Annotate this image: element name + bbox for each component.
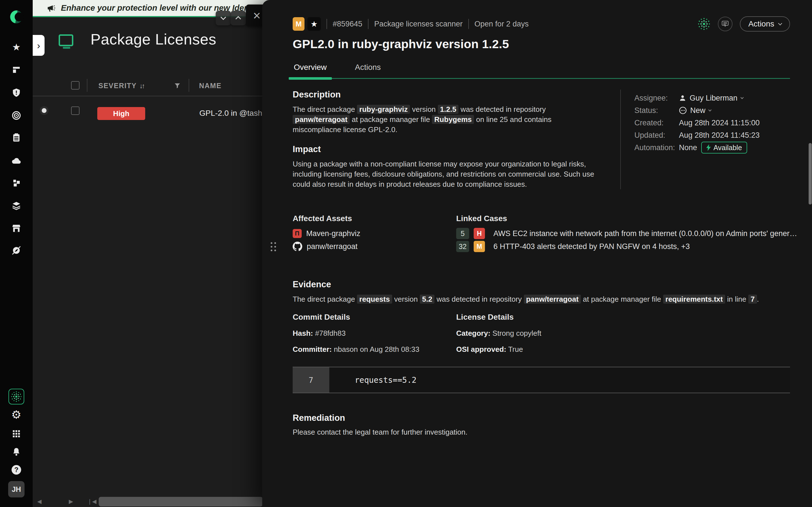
status-label: Status: — [635, 106, 679, 115]
cloud-icon[interactable] — [10, 154, 22, 167]
evidence-text: The direct package requests version 5.2 … — [293, 294, 790, 304]
github-icon — [293, 242, 302, 251]
commit-hash: Hash: #78fdh83 — [293, 329, 456, 338]
marketplace-icon[interactable] — [10, 222, 22, 234]
help-icon[interactable]: ? — [10, 464, 22, 476]
panel-resize-handle[interactable] — [271, 242, 276, 251]
page-title: Package Licenses — [91, 31, 216, 48]
panel-tabs: Overview Actions — [293, 63, 790, 79]
target-icon[interactable] — [10, 109, 22, 122]
compass-icon[interactable] — [10, 244, 22, 257]
panel-header: M ★ #859645 Package licenses scanner Ope… — [293, 16, 790, 32]
code-line-content: requests==5.2 — [329, 367, 790, 393]
lightning-icon — [706, 144, 711, 151]
status-new-icon — [679, 107, 687, 114]
case-open-duration: Open for 2 days — [474, 20, 529, 29]
affected-assets-heading: Affected Assets — [293, 214, 456, 223]
impact-text: Using a package with a non-compliant lic… — [293, 159, 596, 189]
row-checkbox[interactable] — [71, 107, 80, 115]
package-licenses-icon — [59, 34, 73, 46]
sort-icon[interactable]: ↓↑ — [140, 82, 144, 90]
linked-cases-heading: Linked Cases — [456, 214, 798, 223]
user-avatar[interactable]: JH — [8, 481, 24, 497]
banner-collapse-button[interactable] — [216, 11, 231, 25]
automation-available-badge[interactable]: Available — [701, 142, 747, 154]
evidence-section: Evidence The direct package requests ver… — [293, 279, 790, 304]
settings-gear-icon[interactable]: ⚙ — [10, 408, 22, 421]
chevron-down-icon — [741, 96, 744, 99]
tab-overview[interactable]: Overview — [293, 63, 328, 78]
actions-button[interactable]: Actions — [740, 16, 790, 32]
severity-medium-badge: M — [474, 241, 485, 252]
app-root: ★ — [0, 0, 812, 507]
expand-nav-button[interactable]: › — [33, 35, 45, 56]
case-metadata: Assignee: Guy Liberman Status: New — [620, 90, 790, 189]
created-value: Aug 28th 2024 11:15:00 — [679, 119, 760, 127]
shield-alert-icon[interactable] — [10, 87, 22, 99]
license-category: Category: Strong copyleft — [456, 329, 790, 338]
vertical-scrollbar[interactable] — [809, 143, 812, 205]
status-value[interactable]: New — [679, 106, 711, 115]
sidebar: ★ — [0, 0, 33, 507]
updated-label: Updated: — [635, 131, 679, 140]
column-name[interactable]: NAME — [199, 82, 221, 90]
evidence-heading: Evidence — [293, 279, 790, 290]
cortex-logo-icon[interactable] — [10, 11, 22, 23]
page-next-icon[interactable]: ▶ — [69, 498, 73, 505]
alert-count-badge: 32 — [456, 241, 469, 252]
created-label: Created: — [635, 119, 679, 127]
commit-committer: Committer: nbason on Aug 28th 08:33 — [293, 345, 456, 354]
chevron-down-icon — [778, 21, 782, 25]
linked-case-item[interactable]: 5 H AWS EC2 instance with network path f… — [456, 227, 798, 240]
person-icon — [679, 94, 686, 102]
severity-badge: High — [97, 107, 145, 120]
license-details: License Details Category: Strong copylef… — [456, 313, 790, 354]
comments-button[interactable] — [718, 17, 732, 31]
case-source: Package licenses scanner — [374, 20, 463, 29]
registry-icon: Π — [293, 229, 302, 238]
favorites-star-icon[interactable]: ★ — [10, 41, 22, 53]
page-prev-icon[interactable]: ◀ — [37, 498, 42, 505]
assignee-label: Assignee: — [635, 94, 679, 103]
megaphone-icon — [46, 3, 56, 13]
apps-grid-icon[interactable] — [10, 428, 22, 440]
description-text: The direct package ruby-graphviz version… — [293, 104, 596, 135]
report-icon[interactable] — [10, 131, 22, 144]
case-severity-badge: M — [293, 17, 305, 31]
favorite-star-button[interactable]: ★ — [307, 17, 321, 31]
column-severity[interactable]: SEVERITY↓↑ — [98, 82, 144, 90]
notifications-bell-icon[interactable] — [10, 446, 22, 458]
copilot-sparkle-icon[interactable] — [698, 17, 711, 31]
alert-count-badge: 5 — [456, 228, 469, 239]
filter-icon[interactable] — [174, 82, 181, 90]
linked-case-item[interactable]: 32 M 6 HTTP-403 alerts detected by PAN N… — [456, 240, 798, 253]
description-heading: Description — [293, 90, 617, 100]
asset-item[interactable]: panw/terragoat — [293, 240, 456, 253]
affected-assets: Affected Assets Π Maven-graphviz panw/te… — [293, 214, 456, 253]
case-detail-panel: M ★ #859645 Package licenses scanner Ope… — [262, 0, 812, 507]
linked-cases: Linked Cases 5 H AWS EC2 instance with n… — [456, 214, 798, 253]
select-all-checkbox[interactable] — [71, 81, 80, 90]
automation-label: Automation: — [635, 144, 679, 152]
severity-high-badge: H — [474, 228, 485, 239]
banner-expand-button[interactable] — [231, 11, 246, 25]
remediation-heading: Remediation — [293, 413, 790, 423]
commit-details-heading: Commit Details — [293, 313, 456, 322]
page-first-icon[interactable]: ❘◀ — [87, 498, 96, 505]
code-snippet: 7 requests==5.2 — [293, 367, 790, 393]
commit-details: Commit Details Hash: #78fdh83 Committer:… — [293, 313, 456, 354]
horizontal-scrollbar[interactable] — [99, 497, 263, 506]
license-osi: OSI approved: True — [456, 345, 790, 354]
assignee-value[interactable]: Guy Liberman — [679, 94, 743, 103]
tab-actions[interactable]: Actions — [354, 63, 382, 78]
license-details-heading: License Details — [456, 313, 790, 322]
asset-item[interactable]: Π Maven-graphviz — [293, 227, 456, 240]
layers-icon[interactable] — [10, 200, 22, 212]
dashboard-icon[interactable] — [10, 64, 22, 76]
impact-heading: Impact — [293, 144, 617, 154]
row-selected-indicator[interactable] — [42, 108, 47, 113]
modules-icon[interactable] — [10, 177, 22, 189]
case-id: #859645 — [333, 20, 362, 29]
copilot-icon[interactable] — [8, 389, 24, 404]
updated-value: Aug 28th 2024 11:45:23 — [679, 131, 760, 140]
